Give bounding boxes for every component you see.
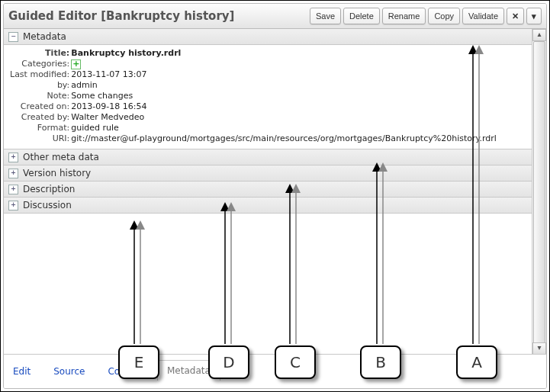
section-description-label: Description bbox=[23, 184, 75, 194]
metadata-uri-value: git://master@uf-playground/mortgages/src… bbox=[71, 133, 497, 144]
metadata-uri-key: URI: bbox=[10, 133, 71, 144]
scrollbar-vertical[interactable]: ▴ ▾ bbox=[532, 29, 546, 355]
section-version-label: Version history bbox=[23, 168, 91, 178]
add-category-icon[interactable]: + bbox=[71, 59, 81, 69]
copy-button[interactable]: Copy bbox=[428, 8, 460, 24]
section-description-header[interactable]: + Description bbox=[4, 182, 532, 198]
metadata-title-key: Title: bbox=[10, 48, 71, 59]
metadata-format-value: guided rule bbox=[71, 123, 497, 133]
expand-icon: + bbox=[8, 169, 18, 178]
tab-source[interactable]: Source bbox=[50, 361, 88, 381]
rename-button[interactable]: Rename bbox=[382, 8, 426, 24]
collapse-icon: − bbox=[8, 32, 18, 42]
content-area: − Metadata Title: Bankruptcy history.rdr… bbox=[4, 29, 546, 355]
metadata-title-value: Bankruptcy history.rdrl bbox=[71, 48, 497, 59]
metadata-by-key: by: bbox=[10, 80, 71, 91]
metadata-modified-value: 2013-11-07 13:07 bbox=[71, 69, 497, 80]
metadata-format-key: Format: bbox=[10, 123, 71, 133]
close-button[interactable]: ✕ bbox=[507, 8, 524, 24]
delete-button[interactable]: Delete bbox=[343, 8, 380, 24]
metadata-createdby-value: Walter Medvedeo bbox=[71, 112, 497, 123]
expand-icon: + bbox=[8, 185, 18, 194]
scroll-track[interactable] bbox=[532, 41, 546, 342]
metadata-categories-key: Categories: bbox=[10, 59, 71, 69]
section-other-header[interactable]: + Other meta data bbox=[4, 149, 532, 165]
section-metadata-body: Title: Bankruptcy history.rdrl Categorie… bbox=[4, 45, 532, 149]
section-discussion-header[interactable]: + Discussion bbox=[4, 198, 532, 214]
scroll-thumb[interactable] bbox=[533, 41, 545, 344]
page-title: Guided Editor [Bankruptcy history] bbox=[8, 9, 234, 23]
tab-edit[interactable]: Edit bbox=[10, 361, 34, 381]
metadata-note-key: Note: bbox=[10, 91, 71, 101]
section-other-label: Other meta data bbox=[23, 152, 99, 162]
expand-icon: + bbox=[8, 153, 18, 162]
metadata-note-value: Some changes bbox=[71, 91, 497, 101]
scroll-down-icon[interactable]: ▾ bbox=[532, 342, 546, 355]
tab-config[interactable]: Config bbox=[105, 361, 140, 381]
section-metadata-label: Metadata bbox=[23, 31, 66, 42]
tabs: Edit Source Config Metadata bbox=[4, 354, 546, 388]
scroll-region: − Metadata Title: Bankruptcy history.rdr… bbox=[4, 29, 532, 355]
metadata-created-value: 2013-09-18 16:54 bbox=[71, 101, 497, 112]
metadata-by-value: admin bbox=[71, 80, 497, 91]
metadata-table: Title: Bankruptcy history.rdrl Categorie… bbox=[10, 48, 497, 144]
section-version-header[interactable]: + Version history bbox=[4, 165, 532, 182]
section-metadata-header[interactable]: − Metadata bbox=[4, 29, 532, 45]
metadata-modified-key: Last modified: bbox=[10, 69, 71, 80]
metadata-createdby-key: Created by: bbox=[10, 112, 71, 123]
tab-metadata[interactable]: Metadata bbox=[157, 360, 220, 381]
save-button[interactable]: Save bbox=[310, 8, 341, 24]
expand-icon: + bbox=[8, 201, 18, 210]
scroll-up-icon[interactable]: ▴ bbox=[532, 29, 546, 41]
menu-button[interactable]: ▾ bbox=[526, 8, 542, 24]
validate-button[interactable]: Validate bbox=[462, 8, 504, 24]
metadata-created-key: Created on: bbox=[10, 101, 71, 112]
section-discussion-label: Discussion bbox=[23, 200, 72, 210]
title-bar: Guided Editor [Bankruptcy history] Save … bbox=[4, 4, 546, 29]
